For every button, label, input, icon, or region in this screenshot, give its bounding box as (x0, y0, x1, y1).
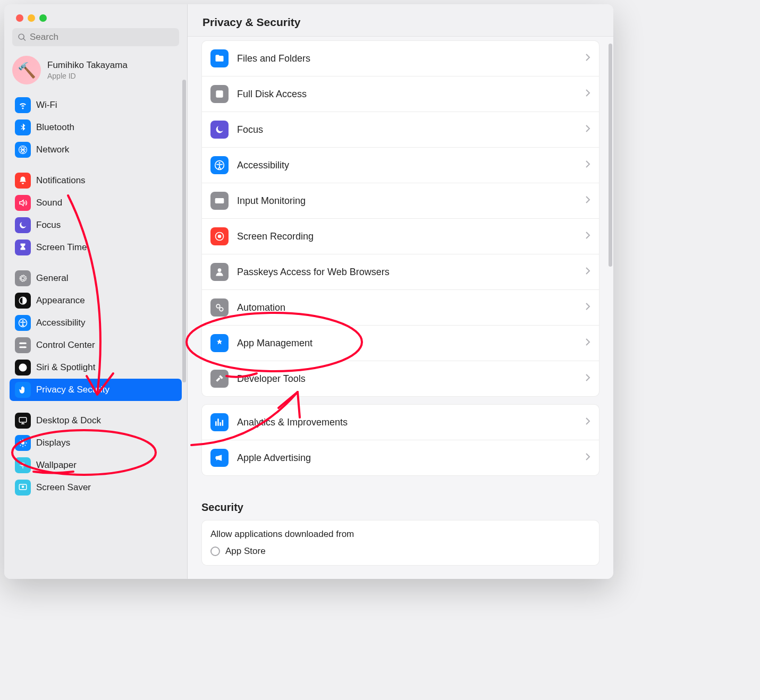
sidebar-item-notifications[interactable]: Notifications (10, 169, 182, 192)
svg-point-9 (21, 441, 24, 445)
wifi-icon (15, 97, 31, 113)
sidebar-item-label: Appearance (36, 295, 85, 306)
settings-row-devtools[interactable]: Developer Tools (202, 361, 599, 396)
bluetooth-icon (15, 119, 31, 135)
svg-point-12 (22, 485, 24, 488)
window-controls (4, 4, 187, 22)
sidebar-item-siri[interactable]: Siri & Spotlight (10, 356, 182, 379)
radio-icon (210, 547, 220, 556)
svg-point-16 (218, 162, 220, 164)
sidebar-item-network[interactable]: Network (10, 139, 182, 161)
chevron-right-icon (585, 89, 590, 99)
sidebar-item-label: Focus (36, 220, 61, 231)
controlcenter-icon (15, 337, 31, 353)
sidebar-list: Wi-FiBluetoothNetworkNotificationsSoundF… (4, 94, 187, 579)
profile-name: Fumihiko Takayama (47, 60, 128, 71)
chevron-right-icon (585, 267, 590, 277)
main-header: Privacy & Security (188, 4, 613, 37)
disk-icon (210, 85, 229, 103)
moon-icon (15, 217, 31, 233)
settings-row-label: Accessibility (237, 160, 577, 171)
sidebar-item-sound[interactable]: Sound (10, 192, 182, 214)
settings-row-appmanage[interactable]: App Management (202, 325, 599, 361)
sidebar-item-controlcenter[interactable]: Control Center (10, 334, 182, 356)
settings-row-analytics[interactable]: Analytics & Improvements (202, 405, 599, 440)
chevron-right-icon (585, 417, 590, 428)
settings-row-automation[interactable]: Automation (202, 289, 599, 325)
sidebar-item-label: Control Center (36, 340, 95, 351)
settings-row-focus[interactable]: Focus (202, 112, 599, 147)
sidebar-item-screensaver[interactable]: Screen Saver (10, 476, 182, 499)
sidebar-item-bluetooth[interactable]: Bluetooth (10, 116, 182, 139)
main-scrollbar[interactable] (609, 44, 612, 267)
sidebar-item-label: Wi-Fi (36, 100, 57, 110)
record-icon (210, 227, 229, 245)
svg-rect-3 (19, 343, 27, 344)
security-section-title: Security (201, 483, 599, 520)
main-panel: Privacy & Security Files and FoldersFull… (188, 4, 613, 579)
settings-row-ads[interactable]: Apple Advertising (202, 440, 599, 475)
sidebar-item-appearance[interactable]: Appearance (10, 289, 182, 312)
settings-row-label: Apple Advertising (237, 453, 577, 464)
svg-rect-4 (19, 346, 27, 348)
avatar: 🔨 (12, 56, 41, 84)
settings-row-label: Developer Tools (237, 373, 577, 385)
profile-subtitle: Apple ID (47, 72, 128, 80)
sidebar-item-focus[interactable]: Focus (10, 214, 182, 236)
svg-point-19 (218, 235, 222, 238)
zoom-button[interactable] (39, 14, 47, 22)
security-card: Allow applications downloaded fromApp St… (201, 520, 599, 566)
desktop-icon (15, 413, 31, 429)
network-icon (15, 142, 31, 158)
main-body: Files and FoldersFull Disk AccessFocusAc… (188, 37, 613, 579)
sidebar-item-wifi[interactable]: Wi-Fi (10, 94, 182, 116)
settings-row-label: Passkeys Access for Web Browsers (237, 267, 577, 278)
sidebar-item-desktop[interactable]: Desktop & Dock (10, 409, 182, 432)
chevron-right-icon (585, 53, 590, 64)
svg-point-20 (218, 268, 222, 272)
screensaver-icon (15, 480, 31, 496)
sidebar-item-label: Desktop & Dock (36, 415, 101, 426)
settings-row-inputmon[interactable]: Input Monitoring (202, 183, 599, 218)
sidebar-item-label: Displays (36, 438, 70, 448)
settings-row-passkeys[interactable]: Passkeys Access for Web Browsers (202, 254, 599, 289)
sidebar-item-displays[interactable]: Displays (10, 432, 182, 454)
close-button[interactable] (16, 14, 23, 22)
settings-row-accessibility[interactable]: Accessibility (202, 147, 599, 183)
settings-row-fulldisk[interactable]: Full Disk Access (202, 76, 599, 112)
settings-row-files[interactable]: Files and Folders (202, 41, 599, 76)
chevron-right-icon (585, 338, 590, 348)
keyboard-icon (210, 192, 229, 210)
chevron-right-icon (585, 124, 590, 135)
sidebar-item-screentime[interactable]: Screen Time (10, 236, 182, 259)
chart-icon (210, 413, 229, 431)
svg-point-6 (24, 346, 26, 348)
apple-id-row[interactable]: 🔨 Fumihiko Takayama Apple ID (4, 48, 187, 94)
radio-label: App Store (225, 546, 266, 557)
settings-group: Analytics & ImprovementsApple Advertisin… (201, 404, 599, 476)
hourglass-icon (15, 240, 31, 255)
sound-icon (15, 195, 31, 211)
sidebar-item-label: Network (36, 144, 69, 155)
settings-row-label: App Management (237, 338, 577, 349)
sidebar-item-general[interactable]: General (10, 267, 182, 289)
radio-app-store[interactable]: App Store (210, 546, 590, 557)
sidebar-item-label: Screen Saver (36, 482, 91, 493)
chevron-right-icon (585, 195, 590, 206)
sidebar-item-label: Bluetooth (36, 122, 74, 133)
wallpaper-icon (15, 457, 31, 473)
svg-point-21 (216, 304, 220, 308)
sidebar-item-privacy[interactable]: Privacy & Security (10, 379, 182, 401)
appearance-icon (15, 293, 31, 309)
settings-row-screenrec[interactable]: Screen Recording (202, 218, 599, 254)
minimize-button[interactable] (28, 14, 35, 22)
sidebar-item-accessibility[interactable]: Accessibility (10, 312, 182, 334)
search-input[interactable] (30, 32, 174, 42)
search-box[interactable] (12, 28, 179, 46)
sidebar-scrollbar[interactable] (182, 80, 186, 382)
svg-rect-8 (19, 417, 27, 422)
sidebar-item-label: Siri & Spotlight (36, 362, 96, 373)
megaphone-icon (210, 449, 229, 467)
sidebar-item-wallpaper[interactable]: Wallpaper (10, 454, 182, 476)
accessibility-icon (210, 156, 229, 174)
